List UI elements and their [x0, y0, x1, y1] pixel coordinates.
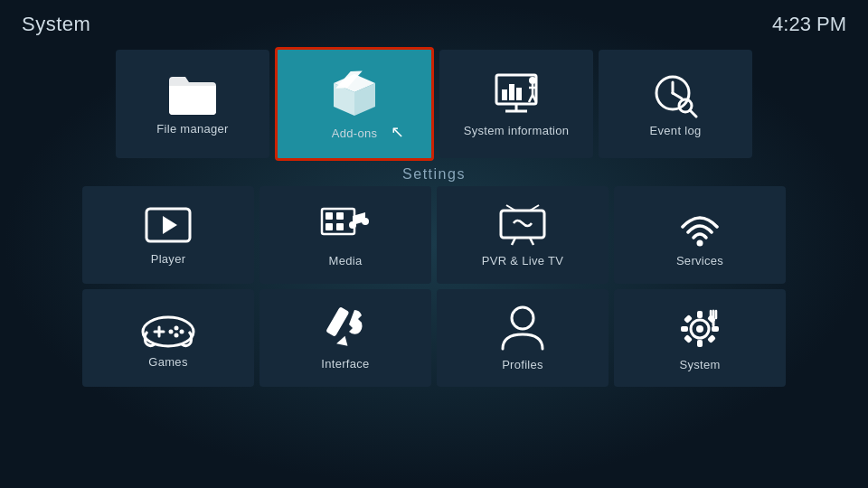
svg-rect-53 — [684, 334, 693, 343]
profiles-label: Profiles — [502, 358, 543, 371]
media-label: Media — [329, 254, 363, 267]
tile-add-ons[interactable]: Add-ons ↖ — [275, 47, 434, 161]
clock-search-icon — [649, 71, 702, 118]
settings-label: Settings — [0, 166, 868, 183]
tile-file-manager[interactable]: File manager — [116, 50, 269, 158]
services-label: Services — [676, 254, 723, 267]
gamepad-icon — [140, 308, 196, 350]
tile-player[interactable]: Player — [82, 186, 254, 284]
svg-point-46 — [696, 325, 703, 333]
svg-line-17 — [673, 93, 682, 99]
chart-icon — [489, 71, 543, 118]
add-ons-label: Add-ons — [332, 127, 378, 140]
tile-services[interactable]: Services — [614, 186, 786, 284]
svg-rect-51 — [684, 314, 693, 324]
svg-rect-42 — [326, 306, 349, 337]
settings-row-2: Games Interface — [0, 289, 868, 387]
svg-point-40 — [175, 333, 179, 337]
pencil-icon — [320, 306, 371, 352]
svg-rect-7 — [502, 89, 507, 100]
svg-point-34 — [697, 239, 703, 246]
system-settings-label: System — [679, 358, 720, 371]
svg-rect-48 — [697, 340, 703, 347]
svg-line-19 — [690, 110, 696, 117]
tile-pvr-live-tv[interactable]: PVR & Live TV — [437, 186, 609, 284]
svg-point-28 — [362, 218, 369, 225]
tile-media[interactable]: Media — [259, 186, 431, 284]
svg-point-27 — [349, 221, 356, 229]
tile-games[interactable]: Games — [82, 289, 254, 387]
system-page: System 4:23 PM File manager — [0, 0, 868, 488]
svg-rect-47 — [697, 311, 703, 318]
svg-rect-23 — [326, 212, 333, 220]
person-icon — [499, 305, 546, 352]
tv-icon — [495, 203, 550, 249]
svg-marker-21 — [163, 216, 177, 234]
svg-rect-49 — [681, 326, 688, 332]
box-icon — [326, 69, 382, 121]
svg-point-39 — [180, 329, 184, 333]
settings-row-1: Player Media — [0, 186, 868, 284]
svg-rect-54 — [707, 334, 716, 343]
games-label: Games — [148, 355, 187, 369]
svg-rect-8 — [509, 84, 514, 100]
svg-marker-43 — [336, 333, 351, 348]
svg-rect-24 — [336, 212, 344, 220]
tile-profiles[interactable]: Profiles — [437, 289, 609, 387]
tile-event-log[interactable]: Event log — [599, 50, 752, 158]
svg-point-38 — [175, 325, 179, 330]
svg-point-44 — [512, 307, 533, 329]
folder-icon — [165, 73, 220, 117]
pvr-live-tv-label: PVR & Live TV — [482, 254, 563, 267]
play-icon — [143, 205, 193, 247]
interface-label: Interface — [321, 357, 369, 371]
system-information-label: System information — [464, 124, 570, 137]
tile-interface[interactable]: Interface — [259, 289, 431, 387]
clock: 4:23 PM — [772, 13, 846, 36]
top-row: File manager Add-ons ↖ — [0, 47, 868, 161]
media-icon — [318, 203, 373, 249]
player-label: Player — [151, 252, 186, 266]
svg-rect-26 — [336, 223, 344, 230]
svg-point-41 — [169, 329, 174, 333]
cursor-icon: ↖ — [391, 122, 404, 142]
svg-point-35 — [143, 317, 193, 346]
svg-rect-25 — [326, 223, 333, 230]
gear-icon — [675, 305, 724, 352]
svg-rect-50 — [712, 326, 719, 332]
tile-system-information[interactable]: System information — [439, 50, 593, 158]
svg-rect-9 — [516, 88, 522, 100]
svg-point-10 — [529, 77, 536, 84]
wifi-icon — [674, 203, 726, 249]
header: System 4:23 PM — [0, 0, 868, 43]
page-title: System — [22, 13, 90, 36]
tile-system[interactable]: System — [614, 289, 786, 387]
event-log-label: Event log — [650, 124, 702, 137]
file-manager-label: File manager — [156, 122, 228, 136]
